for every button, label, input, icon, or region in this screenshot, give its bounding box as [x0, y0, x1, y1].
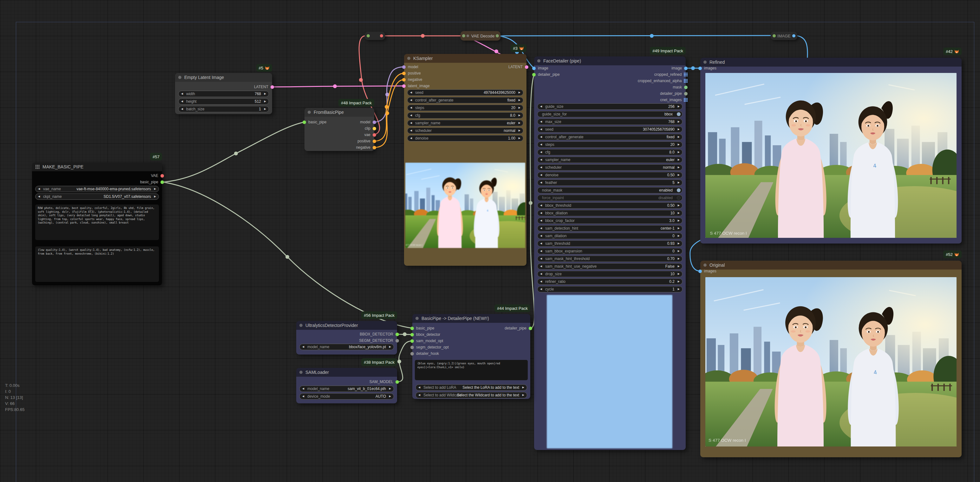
widget-sam-bbox-expansion[interactable]: ◀▶sam_bbox_expansion0 [537, 248, 682, 255]
widget-decrement-arrow-icon[interactable]: ◀ [410, 113, 412, 118]
widget-batch-size[interactable]: ◀▶batch_size1 [178, 106, 269, 112]
widget-refiner-ratio[interactable]: ◀▶refiner_ratio0.2 [537, 278, 682, 285]
widget-decrement-arrow-icon[interactable]: ◀ [540, 286, 542, 292]
widget-increment-arrow-icon[interactable]: ▶ [678, 172, 680, 178]
node-refined[interactable]: Refined images [700, 58, 962, 243]
widget-increment-arrow-icon[interactable]: ▶ [678, 248, 680, 254]
port-dot[interactable] [402, 72, 406, 75]
widget-decrement-arrow-icon[interactable]: ◀ [181, 99, 183, 104]
port-dot[interactable] [684, 73, 687, 76]
widget-sampler-name[interactable]: ◀▶sampler_nameeuler [407, 120, 523, 126]
port-basic_pipe[interactable]: basic_pipe [410, 325, 449, 331]
port-dot[interactable] [270, 85, 274, 89]
widget-increment-arrow-icon[interactable]: ▶ [389, 344, 391, 350]
reroute-input-dot[interactable] [773, 34, 776, 37]
port-dot[interactable] [529, 327, 532, 330]
widget-scheduler[interactable]: ◀▶schedulernormal [537, 164, 682, 170]
widget-decrement-arrow-icon[interactable]: ◀ [540, 210, 542, 216]
reroute-output-dot[interactable] [380, 34, 383, 37]
widget-decrement-arrow-icon[interactable]: ◀ [540, 203, 542, 208]
widget-increment-arrow-icon[interactable]: ▶ [264, 99, 266, 104]
node-original[interactable]: Original images [700, 261, 962, 457]
link-midpoint-dot[interactable] [234, 151, 238, 155]
node-titlebar[interactable]: MAKE_BASIC_PIPE [32, 162, 162, 171]
widget-sam-mask-hint-threshold[interactable]: ◀▶sam_mask_hint_threshold0.70 [537, 256, 682, 262]
port-dot[interactable] [373, 146, 376, 150]
port-dot[interactable] [410, 333, 414, 336]
node-sam-loader[interactable]: SAMLoader SAM_MODEL ◀▶model_namesam_vit_… [296, 368, 397, 403]
node-empty-latent-image[interactable]: Empty Latent Image LATENT ◀▶width768◀▶he… [175, 73, 272, 114]
port-negative[interactable]: negative [356, 144, 376, 151]
port-dot[interactable] [396, 380, 399, 384]
widget-height[interactable]: ◀▶height512 [178, 98, 269, 105]
port-dot[interactable] [410, 327, 414, 330]
port-dot[interactable] [396, 332, 399, 336]
widget-decrement-arrow-icon[interactable]: ◀ [540, 279, 542, 285]
port-positive[interactable]: positive [402, 70, 430, 76]
widget-drop-size[interactable]: ◀▶drop_size10 [537, 271, 682, 277]
link-midpoint-dot[interactable] [333, 84, 337, 88]
widget-decrement-arrow-icon[interactable]: ◀ [540, 165, 542, 170]
node-titlebar[interactable]: BasicPipe -> DetailerPipe (NEW!!) [412, 314, 530, 323]
widget-decrement-arrow-icon[interactable]: ◀ [540, 218, 542, 224]
widget-increment-arrow-icon[interactable]: ▶ [678, 150, 680, 155]
port-model[interactable]: model [356, 119, 376, 125]
widget-increment-arrow-icon[interactable]: ▶ [678, 119, 680, 125]
port-dot[interactable] [698, 67, 702, 70]
port-bbox_detector[interactable]: bbox_detector [410, 331, 449, 338]
port-image[interactable]: image [532, 65, 560, 72]
widget-sam-mask-hint-use-negative[interactable]: ◀▶sam_mask_hint_use_negativeFalse [537, 263, 682, 270]
port-LATENT[interactable]: LATENT [508, 64, 528, 70]
widget-cfg[interactable]: ◀▶cfg8.0 [407, 112, 523, 119]
widget-sampler-name[interactable]: ◀▶sampler_nameeuler [537, 157, 682, 163]
node-face-detailer[interactable]: FaceDetailer (pipe) imagedetailer_pipe i… [534, 56, 686, 450]
port-dot[interactable] [684, 86, 687, 89]
port-dot[interactable] [410, 346, 414, 349]
widget-scheduler[interactable]: ◀▶schedulernormal [407, 127, 523, 134]
widget-increment-arrow-icon[interactable]: ▶ [264, 106, 266, 112]
port-latent_image[interactable]: latent_image [402, 83, 430, 89]
widget-increment-arrow-icon[interactable]: ▶ [678, 142, 680, 148]
widget-decrement-arrow-icon[interactable]: ◀ [540, 127, 542, 132]
wildcard-textarea[interactable]: {blue eyes, (angry:1.2)|{green eyes, mou… [415, 360, 528, 380]
widget-guide-size[interactable]: ◀▶guide_size256 [537, 103, 682, 110]
widget-decrement-arrow-icon[interactable]: ◀ [540, 150, 542, 155]
reroute-input-dot[interactable] [367, 34, 370, 37]
widget-increment-arrow-icon[interactable]: ▶ [678, 210, 680, 216]
link-midpoint-dot[interactable] [691, 66, 695, 70]
node-make-basic-pipe[interactable]: MAKE_BASIC_PIPE VAEbasic_pipe ◀▶vae_name… [32, 162, 162, 285]
widget-decrement-arrow-icon[interactable]: ◀ [410, 135, 412, 141]
widget-cfg[interactable]: ◀▶cfg8.0 [537, 149, 682, 155]
widget-decrement-arrow-icon[interactable]: ◀ [410, 97, 412, 103]
widget-decrement-arrow-icon[interactable]: ◀ [540, 226, 542, 231]
widget-decrement-arrow-icon[interactable]: ◀ [540, 264, 542, 269]
port-dot[interactable] [684, 79, 687, 83]
port-dot[interactable] [410, 339, 414, 343]
port-positive[interactable]: positive [356, 138, 376, 144]
port-dot[interactable] [373, 140, 376, 143]
widget-width[interactable]: ◀▶width768 [178, 91, 269, 97]
widget-denoise[interactable]: ◀▶denoise1.00 [407, 135, 523, 142]
widget-decrement-arrow-icon[interactable]: ◀ [540, 119, 542, 125]
port-dot[interactable] [161, 180, 164, 184]
port-dot[interactable] [684, 92, 687, 95]
link-midpoint-dot[interactable] [650, 34, 654, 38]
node-titlebar[interactable]: SAMLoader [296, 368, 397, 377]
node-ultralytics-detector-provider[interactable]: UltralyticsDetectorProvider BBOX_DETECTO… [296, 321, 397, 355]
port-dot[interactable] [373, 127, 376, 130]
negative-prompt-textarea[interactable]: (low quality:1.4), (worst quality:1.4), … [35, 247, 159, 282]
widget-increment-arrow-icon[interactable]: ▶ [519, 120, 520, 126]
node-vae-decode[interactable]: VAE Decode [460, 31, 501, 41]
port-dot[interactable] [684, 98, 687, 102]
port-cropped_enhanced_alpha[interactable]: cropped_enhanced_alpha [638, 78, 687, 84]
port-basic_pipe[interactable]: basic_pipe [302, 119, 326, 125]
port-dot[interactable] [373, 121, 376, 124]
widget-decrement-arrow-icon[interactable]: ◀ [540, 241, 542, 247]
widget-decrement-arrow-icon[interactable]: ◀ [410, 90, 412, 95]
widget-decrement-arrow-icon[interactable]: ◀ [181, 106, 183, 112]
node-ksampler[interactable]: KSampler modelpositivenegativelatent_ima… [404, 54, 527, 266]
node-titlebar[interactable]: Original [700, 261, 962, 270]
widget-decrement-arrow-icon[interactable]: ◀ [418, 392, 420, 398]
port-basic_pipe[interactable]: basic_pipe [140, 179, 164, 185]
port-vae[interactable]: vae [356, 132, 376, 138]
